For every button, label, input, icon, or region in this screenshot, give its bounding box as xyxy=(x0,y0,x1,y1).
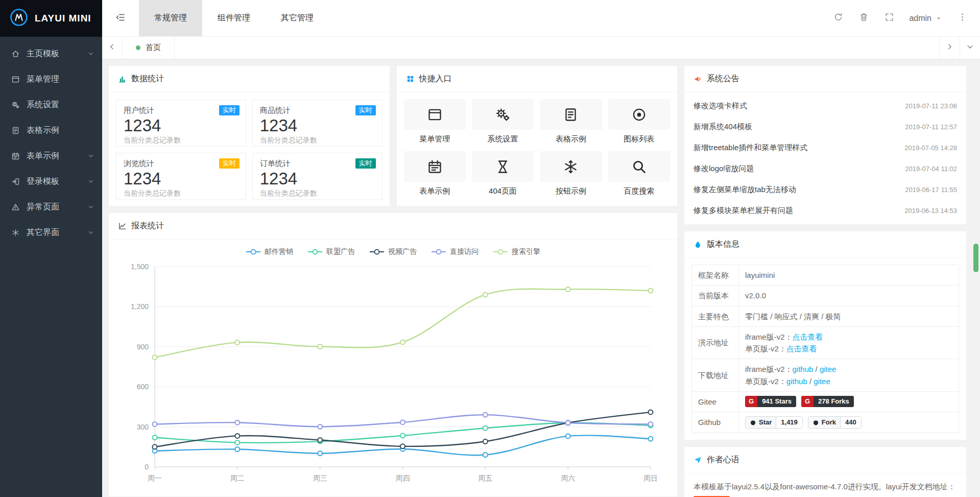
announcement-row[interactable]: 修复左侧菜单缩放tab无法移动2019-06-17 11:55 xyxy=(694,179,957,200)
stat-box[interactable]: 浏览统计实时1234当前分类总记录数 xyxy=(116,153,246,200)
quick-entry-item[interactable]: 菜单管理 xyxy=(404,99,466,144)
tab-menu-button[interactable] xyxy=(960,37,980,59)
legend-label: 视频广告 xyxy=(388,247,417,256)
legend-item[interactable]: 搜索引擎 xyxy=(493,247,540,256)
stat-box[interactable]: 订单统计实时1234当前分类总记录数 xyxy=(252,153,383,200)
legend-item[interactable]: 直接访问 xyxy=(431,247,479,256)
gitee-icon: G xyxy=(745,396,757,407)
announcement-date: 2019-06-13 14:53 xyxy=(904,207,957,215)
page-tab[interactable]: 首页 xyxy=(123,37,175,59)
svg-text:0: 0 xyxy=(145,463,149,471)
quick-entry-item[interactable]: 表单示例 xyxy=(404,151,466,196)
quick-entry-item[interactable]: 表格示例 xyxy=(540,99,602,144)
version-link[interactable]: 点击查看 xyxy=(786,344,817,353)
tab-scroll-left-button[interactable] xyxy=(102,37,123,59)
version-row-label: 主要特色 xyxy=(692,306,739,326)
sidebar-item[interactable]: 异常页面 xyxy=(0,194,102,220)
version-row: 演示地址iframe版-v2：点击查看单页版-v2：点击查看 xyxy=(692,326,959,359)
quick-entry-item[interactable]: 系统设置 xyxy=(472,99,534,144)
legend-item[interactable]: 联盟广告 xyxy=(307,247,355,256)
stat-desc: 当前分类总记录数 xyxy=(260,136,375,145)
sidebar-collapse-button[interactable] xyxy=(102,0,139,36)
sidebar-item-label: 异常页面 xyxy=(27,202,88,212)
version-link[interactable]: 点击查看 xyxy=(793,333,823,341)
chevron-down-icon xyxy=(88,51,94,57)
announcement-date: 2019-07-11 23:06 xyxy=(905,102,957,110)
stat-box[interactable]: 用户统计实时1234当前分类总记录数 xyxy=(116,100,246,147)
sidebar-item[interactable]: 表格示例 xyxy=(0,117,102,143)
chevron-down-icon xyxy=(88,204,94,210)
quick-entry-item[interactable]: 图标列表 xyxy=(608,99,670,144)
user-menu[interactable]: admin xyxy=(902,0,949,37)
sidebar-item[interactable]: 主页模板 xyxy=(0,41,102,66)
stat-badge: 实时 xyxy=(219,158,240,169)
gitee-icon: G xyxy=(801,396,814,407)
sidebar-item[interactable]: 其它界面 xyxy=(0,220,102,245)
scrollbar-thumb[interactable] xyxy=(973,244,978,272)
stats-card-header: 数据统计 xyxy=(109,66,390,92)
refresh-icon xyxy=(833,12,843,24)
tab-active-dot xyxy=(136,45,140,50)
sidebar-item[interactable]: 系统设置 xyxy=(0,92,102,117)
version-link[interactable]: gitee xyxy=(820,365,836,373)
page-tab-label: 首页 xyxy=(146,43,161,53)
trash-icon xyxy=(859,12,869,24)
version-link[interactable]: github xyxy=(786,377,807,386)
github-badge[interactable]: Star1,419 xyxy=(745,416,803,429)
report-line-chart: 03006009001,2001,500周一周二周三周四周五周六周日 xyxy=(109,257,677,488)
quick-entry-item[interactable]: 按钮示例 xyxy=(540,151,602,196)
window-icon xyxy=(404,99,466,130)
more-menu-button[interactable] xyxy=(949,0,975,37)
version-row-label: 当前版本 xyxy=(692,286,739,306)
legend-item[interactable]: 邮件营销 xyxy=(246,247,293,256)
stat-value: 1234 xyxy=(124,169,238,188)
quick-entry-card: 快捷入口 菜单管理系统设置表格示例图标列表表单示例404页面按钮示例百度搜索 xyxy=(396,65,678,206)
snowflake-icon xyxy=(540,151,602,182)
quick-entry-label: 菜单管理 xyxy=(404,134,466,144)
sidebar-item[interactable]: 表单示例 xyxy=(0,143,102,169)
sidebar-item-label: 系统设置 xyxy=(27,100,94,110)
legend-item[interactable]: 视频广告 xyxy=(369,247,417,256)
stat-value: 1234 xyxy=(260,116,375,135)
header-tab[interactable]: 常规管理 xyxy=(139,0,202,36)
svg-text:周二: 周二 xyxy=(230,474,245,482)
gitee-badge[interactable]: G278 Forks xyxy=(801,396,854,407)
refresh-button[interactable] xyxy=(825,0,851,37)
header-tab[interactable]: 其它管理 xyxy=(266,0,329,36)
clear-cache-button[interactable] xyxy=(851,0,876,37)
asterisk-icon xyxy=(11,228,20,237)
fullscreen-button[interactable] xyxy=(876,0,902,37)
announcement-row[interactable]: 修改logo缩放问题2019-07-04 11:02 xyxy=(694,158,957,179)
logo[interactable]: LAYUI MINI xyxy=(0,0,102,37)
announcement-row[interactable]: 新增系统404模板2019-07-11 12:57 xyxy=(694,116,957,137)
announcement-row[interactable]: 修改选项卡样式2019-07-11 23:06 xyxy=(694,96,957,116)
stat-desc: 当前分类总记录数 xyxy=(124,136,238,145)
legend-label: 联盟广告 xyxy=(326,247,355,256)
sidebar-item[interactable]: 菜单管理 xyxy=(0,66,102,92)
version-row: 框架名称layuimini xyxy=(692,265,959,286)
version-link[interactable]: gitee xyxy=(814,377,830,386)
quick-entry-item[interactable]: 百度搜索 xyxy=(608,151,670,196)
announcement-text: 新增treetable插件和菜单管理样式 xyxy=(694,143,812,153)
github-badge-count: 440 xyxy=(841,417,861,428)
github-badge-count: 1,419 xyxy=(776,417,802,428)
tab-scroll-right-button[interactable] xyxy=(939,37,960,59)
quick-entry-item[interactable]: 404页面 xyxy=(472,151,534,196)
sidebar-item[interactable]: 登录模板 xyxy=(0,169,102,194)
github-badge[interactable]: Fork440 xyxy=(808,416,862,429)
version-row-label: Github xyxy=(692,412,739,433)
svg-text:600: 600 xyxy=(137,383,149,391)
announcement-row[interactable]: 新增treetable插件和菜单管理样式2019-07-05 14:28 xyxy=(694,137,957,158)
announcement-row[interactable]: 修复多模块菜单栏展开有问题2019-06-13 14:53 xyxy=(694,200,957,221)
github-badge-label: Fork xyxy=(822,418,836,427)
gitee-badge[interactable]: G941 Stars xyxy=(745,396,796,407)
header-tab[interactable]: 组件管理 xyxy=(202,0,266,36)
version-link[interactable]: github xyxy=(793,365,814,373)
announcement-text: 修改logo缩放问题 xyxy=(694,164,759,174)
stat-desc: 当前分类总记录数 xyxy=(124,189,238,198)
announcement-text: 修复左侧菜单缩放tab无法移动 xyxy=(694,185,801,195)
stat-box[interactable]: 商品统计实时1234当前分类总记录数 xyxy=(252,100,383,147)
card-title: 版本信息 xyxy=(707,239,739,250)
svg-text:1,200: 1,200 xyxy=(131,302,149,311)
home-icon xyxy=(11,50,20,58)
